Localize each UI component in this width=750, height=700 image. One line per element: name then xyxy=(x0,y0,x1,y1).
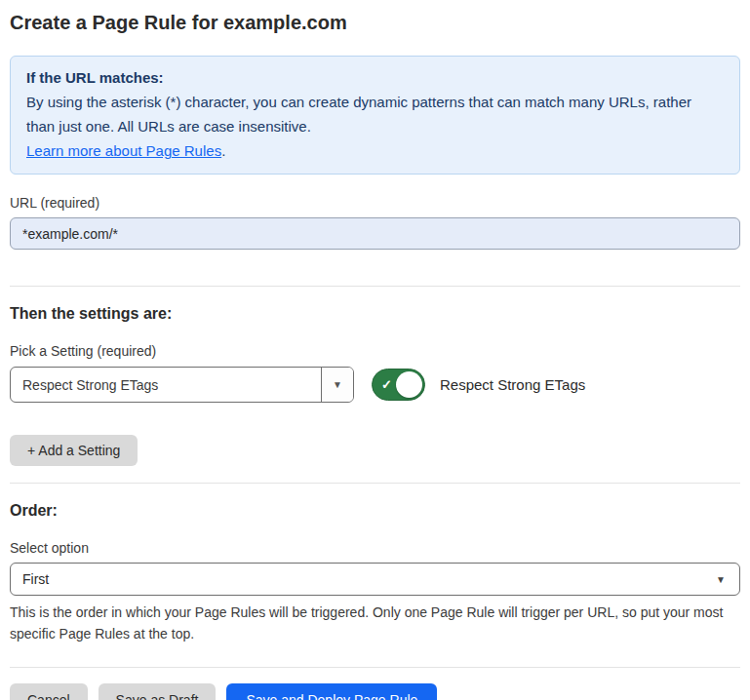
settings-section-heading: Then the settings are: xyxy=(10,305,740,323)
check-icon: ✓ xyxy=(381,378,392,391)
section-divider xyxy=(10,286,740,287)
pick-setting-label: Pick a Setting (required) xyxy=(10,343,740,359)
setting-select-value: Respect Strong ETags xyxy=(11,368,321,402)
setting-toggle-group: ✓ Respect Strong ETags xyxy=(372,369,585,401)
order-help-text: This is the order in which your Page Rul… xyxy=(10,602,740,644)
save-as-draft-button[interactable]: Save as Draft xyxy=(99,683,217,700)
cancel-button[interactable]: Cancel xyxy=(10,683,88,700)
order-section-heading: Order: xyxy=(10,502,740,520)
footer-actions: Cancel Save as Draft Save and Deploy Pag… xyxy=(10,683,740,700)
setting-select[interactable]: Respect Strong ETags ▼ xyxy=(10,367,354,403)
order-select-value: First xyxy=(22,571,716,587)
learn-more-link[interactable]: Learn more about Page Rules xyxy=(26,142,221,159)
setting-toggle[interactable]: ✓ xyxy=(372,369,425,401)
section-divider xyxy=(10,483,740,484)
order-select-label: Select option xyxy=(10,540,740,556)
info-banner-heading: If the URL matches: xyxy=(26,65,724,90)
info-banner-link-line: Learn more about Page Rules. xyxy=(26,138,724,163)
chevron-down-icon[interactable]: ▼ xyxy=(321,368,353,402)
link-suffix: . xyxy=(221,142,225,159)
setting-row: Respect Strong ETags ▼ ✓ Respect Strong … xyxy=(10,367,740,403)
url-field-label: URL (required) xyxy=(10,195,740,211)
order-select[interactable]: First ▼ xyxy=(10,563,740,596)
save-and-deploy-button[interactable]: Save and Deploy Page Rule xyxy=(226,683,437,700)
add-setting-button[interactable]: + Add a Setting xyxy=(10,435,138,466)
info-banner-body: By using the asterisk (*) character, you… xyxy=(26,90,724,138)
chevron-down-icon: ▼ xyxy=(716,574,726,585)
footer-divider xyxy=(10,667,740,668)
setting-toggle-label: Respect Strong ETags xyxy=(440,376,585,393)
url-input[interactable] xyxy=(10,217,740,250)
url-match-info-banner: If the URL matches: By using the asteris… xyxy=(10,56,740,175)
page-title: Create a Page Rule for example.com xyxy=(10,11,740,34)
page-rule-form: Create a Page Rule for example.com If th… xyxy=(0,11,750,700)
toggle-knob xyxy=(396,371,422,398)
